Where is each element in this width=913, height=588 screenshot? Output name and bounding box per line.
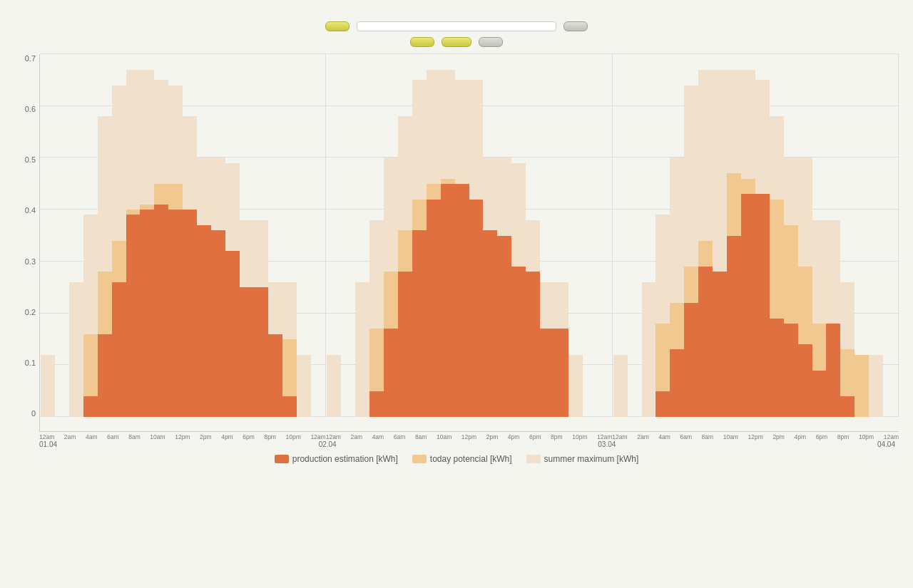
bar-production — [798, 344, 812, 417]
bar-production — [684, 303, 698, 417]
bar-production — [168, 210, 183, 417]
x-label: 12am — [612, 433, 627, 440]
bar-summer-max — [568, 355, 583, 417]
bar-production — [140, 210, 154, 417]
x-label: 12am — [597, 433, 612, 440]
x-label: 8am — [415, 433, 427, 440]
bar-production — [784, 324, 798, 417]
bar-today-potential — [855, 355, 869, 417]
y-axis-label: 0.3 — [14, 257, 36, 266]
bar-production — [126, 215, 141, 417]
bar-production — [713, 272, 727, 417]
x-label: 2am — [637, 433, 649, 440]
x-section-labels: 12am2am4am6am8am10am12pm2pm4pm6pm8pm10pm… — [612, 433, 899, 440]
today-button[interactable] — [442, 37, 471, 47]
bar-production — [511, 267, 526, 417]
day-date-label: 02.04 — [319, 440, 337, 448]
bar-production — [483, 230, 497, 417]
x-label: 4pm — [508, 433, 520, 440]
bar-slot — [684, 54, 698, 417]
bar-slot — [69, 54, 83, 417]
bar-slot — [211, 54, 225, 417]
bar-summer-max — [869, 355, 883, 417]
bar-production — [154, 205, 168, 417]
bar-slot — [398, 54, 412, 417]
bar-production — [441, 184, 455, 417]
bar-slot — [855, 54, 869, 417]
day-section — [613, 54, 899, 417]
bar-slot — [455, 54, 469, 417]
bar-slot — [469, 54, 484, 417]
bar-slot — [441, 54, 455, 417]
chart-area: 00.10.20.30.40.50.60.7 — [14, 54, 899, 432]
legend-label: summer maximum [kWh] — [544, 454, 639, 464]
bar-slot — [784, 54, 798, 417]
x-label: 2pm — [772, 433, 785, 440]
x-label: 6am — [107, 433, 119, 440]
bar-slot — [727, 54, 741, 417]
bar-production — [83, 396, 98, 417]
bar-slot — [770, 54, 784, 417]
bar-slot — [341, 54, 355, 417]
bar-slot — [154, 54, 168, 417]
bar-production — [698, 267, 713, 417]
bar-production — [412, 230, 427, 417]
x-label: 4am — [658, 433, 670, 440]
x-label: 6pm — [529, 433, 541, 440]
bar-production — [254, 287, 268, 417]
bar-production — [240, 287, 254, 417]
bar-production — [812, 371, 827, 417]
day-section — [40, 54, 326, 417]
bar-production — [225, 251, 240, 417]
bar-production — [98, 334, 112, 417]
x-label: 12am — [310, 433, 325, 440]
y-axis: 00.10.20.30.40.50.60.7 — [14, 54, 39, 432]
bar-production — [540, 329, 554, 417]
x-label: 8pm — [264, 433, 276, 440]
bar-production — [183, 210, 197, 417]
day-section — [326, 54, 612, 417]
x-label: 12am — [39, 433, 54, 440]
x-label: 2am — [351, 433, 363, 440]
x-label: 10pm — [572, 433, 587, 440]
bar-slot — [713, 54, 727, 417]
bar-slot — [427, 54, 441, 417]
bar-slot — [268, 54, 282, 417]
controls-panel — [325, 21, 588, 47]
bar-summer-max — [41, 355, 55, 417]
bar-slot — [798, 54, 812, 417]
bottom-controls-row — [410, 37, 503, 47]
bar-slot — [197, 54, 211, 417]
x-label: 10pm — [286, 433, 301, 440]
bar-production — [497, 236, 511, 418]
legend-label: production estimation [kWh] — [292, 454, 398, 464]
bar-production — [197, 225, 211, 417]
bar-summer-max — [355, 282, 369, 417]
legend-item: summer maximum [kWh] — [526, 454, 639, 464]
bar-slot — [140, 54, 154, 417]
y-axis-label: 0.4 — [14, 206, 36, 215]
x-label: 6pm — [243, 433, 255, 440]
x-label: 4am — [372, 433, 384, 440]
x-label: 10pm — [859, 433, 874, 440]
minus-1-day-button[interactable] — [410, 37, 434, 47]
bar-slot — [55, 54, 69, 417]
bar-slot — [628, 54, 642, 417]
plus-1-day-button[interactable] — [479, 37, 503, 47]
day-labels-row: 12am2am4am6am8am10am12pm2pm4pm6pm8pm10pm… — [14, 433, 899, 440]
bar-slot — [883, 54, 897, 417]
x-label: 4pm — [795, 433, 807, 440]
bar-production — [398, 272, 412, 417]
bar-production — [369, 391, 384, 417]
bar-slot — [412, 54, 427, 417]
bar-production — [656, 391, 670, 417]
bar-slot — [254, 54, 268, 417]
minus-3-days-button[interactable] — [325, 21, 350, 31]
bar-slot — [755, 54, 770, 417]
chart-inner — [39, 54, 899, 432]
bar-production — [840, 396, 855, 417]
plus-3-days-button[interactable] — [563, 21, 588, 31]
bar-slot — [112, 54, 126, 417]
x-label: 12pm — [748, 433, 763, 440]
bar-slot — [656, 54, 670, 417]
